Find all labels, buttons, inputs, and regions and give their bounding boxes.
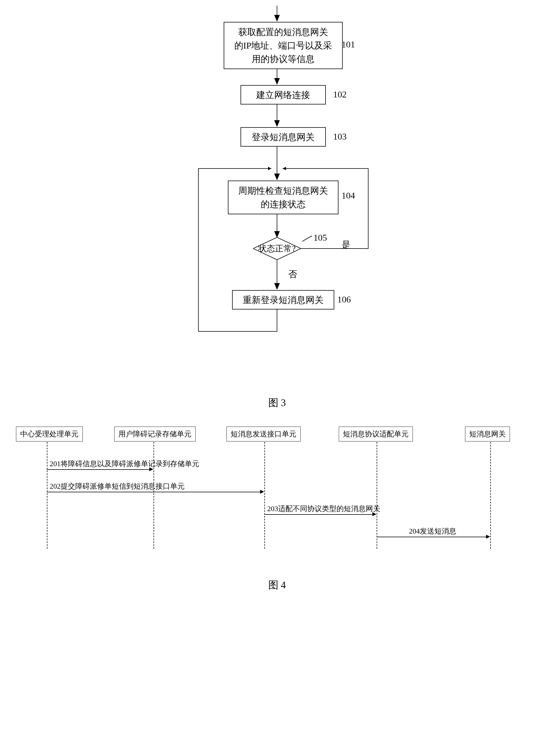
msg-203: 203适配不同协议类型的短消息网关	[267, 504, 380, 514]
step-106: 重新登录短消息网关	[232, 290, 334, 309]
msg-204: 204发送短消息	[409, 526, 456, 536]
step-106-num: 106	[337, 294, 351, 305]
lifeline-3	[264, 442, 265, 549]
fig4-caption: 图 4	[268, 578, 286, 592]
arrow-204	[377, 537, 486, 537]
lifeline-4	[377, 442, 377, 549]
step-102-num: 102	[333, 89, 347, 100]
arrow-201	[47, 469, 149, 470]
figure-4: 中心受理处理单元 用户障碍记录存储单元 短消息发送接口单元 短消息协议适配单元 …	[10, 426, 544, 592]
step-104-num: 104	[341, 190, 355, 201]
step-103-num: 103	[333, 132, 347, 142]
arrow-203	[264, 514, 373, 515]
arrow-203-head	[373, 512, 376, 516]
actor-2: 用户障碍记录存储单元	[114, 426, 196, 442]
lifeline-5	[490, 442, 491, 549]
step-105-num: 105	[314, 233, 327, 243]
lifeline-2	[154, 442, 154, 549]
arrow-202	[47, 492, 260, 492]
step-103: 登录短消息网关	[240, 127, 326, 147]
step-101: 获取配置的短消息网关 的IP地址、端口号以及采 用的协议等信息	[224, 22, 343, 69]
msg-202: 202提交障碍派修单短信到短消息接口单元	[50, 481, 185, 491]
arrow-204-head	[486, 535, 490, 539]
arrow-201-head	[149, 467, 153, 471]
msg-201: 201将障碍信息以及障碍派修单记录到存储单元	[50, 459, 199, 469]
step-105-text: 状态正常?	[258, 243, 295, 254]
actor-4: 短消息协议适配单元	[339, 426, 413, 442]
figure-3: 获取配置的短消息网关 的IP地址、端口号以及采 用的协议等信息 101 建立网络…	[151, 6, 403, 410]
step-101-text: 获取配置的短消息网关 的IP地址、端口号以及采 用的协议等信息	[234, 25, 332, 66]
actor-3: 短消息发送接口单元	[226, 426, 300, 442]
step-105-no: 否	[288, 268, 297, 281]
step-104-text: 周期性检查短消息网关 的连接状态	[238, 184, 328, 211]
step-105-decision: 状态正常?	[253, 237, 301, 260]
step-105-yes: 是	[341, 239, 350, 251]
actor-5: 短消息网关	[465, 426, 510, 442]
actor-1: 中心受理处理单元	[16, 426, 83, 442]
lifeline-1	[47, 442, 47, 549]
step-101-num: 101	[341, 39, 355, 50]
flowchart: 获取配置的短消息网关 的IP地址、端口号以及采 用的协议等信息 101 建立网络…	[151, 6, 403, 385]
arrow-202-head	[260, 490, 264, 494]
step-102-text: 建立网络连接	[256, 88, 310, 102]
step-102: 建立网络连接	[240, 85, 326, 104]
step-103-text: 登录短消息网关	[252, 130, 315, 144]
step-106-text: 重新登录短消息网关	[243, 293, 324, 307]
step-104: 周期性检查短消息网关 的连接状态	[228, 181, 338, 214]
fig3-caption: 图 3	[268, 396, 286, 410]
sequence-diagram: 中心受理处理单元 用户障碍记录存储单元 短消息发送接口单元 短消息协议适配单元 …	[10, 426, 544, 567]
